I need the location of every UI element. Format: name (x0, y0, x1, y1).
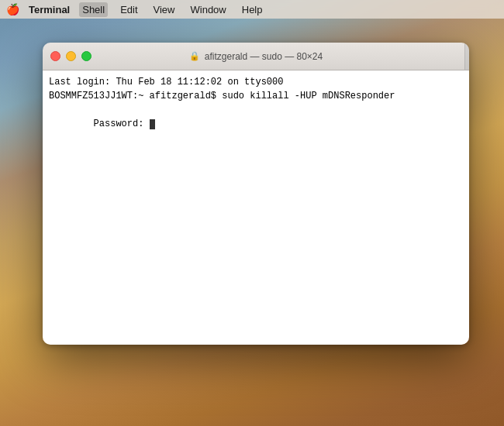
menu-edit[interactable]: Edit (117, 2, 140, 17)
titlebar-title: 🔒 afitzgerald — sudo — 80×24 (189, 51, 323, 62)
desktop: 🍎 Terminal Shell Edit View Window Help 🔒… (0, 0, 504, 426)
menu-shell[interactable]: Shell (79, 2, 108, 17)
minimize-button[interactable] (66, 51, 76, 61)
app-name[interactable]: Terminal (29, 4, 70, 15)
lock-icon: 🔒 (189, 51, 200, 61)
scrollbar[interactable] (464, 43, 469, 70)
terminal-line-3: Password: (49, 103, 463, 145)
terminal-content[interactable]: Last login: Thu Feb 18 11:12:02 on ttys0… (43, 70, 469, 345)
terminal-line-2: BOSMMFZ513JJ1WT:~ afitzgerald$ sudo kill… (49, 89, 463, 103)
menu-view[interactable]: View (150, 2, 178, 17)
menubar: 🍎 Terminal Shell Edit View Window Help (0, 0, 504, 19)
terminal-window: 🔒 afitzgerald — sudo — 80×24 Last login:… (43, 43, 469, 345)
titlebar-text: afitzgerald — sudo — 80×24 (205, 51, 323, 62)
titlebar: 🔒 afitzgerald — sudo — 80×24 (43, 43, 469, 70)
maximize-button[interactable] (81, 51, 91, 61)
menu-help[interactable]: Help (239, 2, 266, 17)
terminal-cursor (150, 119, 155, 129)
apple-menu-icon[interactable]: 🍎 (6, 3, 19, 15)
menu-window[interactable]: Window (188, 2, 230, 17)
close-button[interactable] (50, 51, 60, 61)
window-controls[interactable] (50, 51, 91, 61)
terminal-password-prompt: Password: (94, 119, 150, 129)
terminal-line-1: Last login: Thu Feb 18 11:12:02 on ttys0… (49, 75, 463, 89)
